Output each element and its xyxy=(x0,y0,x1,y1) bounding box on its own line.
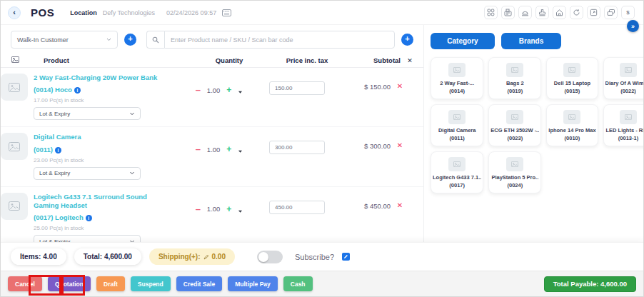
col-price: Price inc. tax xyxy=(265,56,349,64)
app-header: ‹ POS Location Defy Technologies 02/24/2… xyxy=(1,1,643,25)
product-name-link[interactable]: 2 Way Fast-Charging 20W Power Bank xyxy=(34,74,166,82)
card-product-code: (0010) xyxy=(548,135,595,141)
col-remove-icon: ✕ xyxy=(401,57,419,64)
action-bar: Cancel Quotation Draft Suspend Credit Sa… xyxy=(1,271,643,296)
product-info: 2 Way Fast-Charging 20W Power Bank (0014… xyxy=(34,74,183,120)
remove-row-button[interactable]: ✕ xyxy=(391,193,409,209)
subtotal-value: $ 300.00 xyxy=(339,133,391,150)
refresh-icon[interactable] xyxy=(570,6,583,19)
increase-qty-button[interactable]: + xyxy=(226,206,231,213)
suspend-button[interactable]: Suspend xyxy=(131,276,171,291)
summary-bar: Items: 4.00 Total: 4,600.00 Shipping(+):… xyxy=(1,242,643,271)
product-card[interactable]: LED Lights - RBG(0013-1) xyxy=(603,104,643,146)
currency-icon[interactable]: $ xyxy=(621,6,635,19)
quotation-button[interactable]: Quotation xyxy=(48,276,91,291)
add-product-button[interactable]: + xyxy=(401,34,413,46)
bell-icon[interactable] xyxy=(518,6,532,19)
chevron-left-icon: ‹ xyxy=(13,8,16,16)
location-label: Location xyxy=(70,9,97,16)
card-product-name: Diary Of A Wimp... xyxy=(605,80,643,86)
catalog-panel: Category Brands 2 Way Fast-...(0014) Bag… xyxy=(423,25,643,242)
qty-dropdown-caret[interactable] xyxy=(238,142,243,156)
product-card[interactable]: PlayStation 5 Pro..(0024) xyxy=(488,151,541,193)
windows-icon[interactable] xyxy=(604,6,618,19)
header-toolbar: $ xyxy=(484,6,635,19)
decrease-qty-button[interactable]: – xyxy=(196,146,201,153)
col-product: Product xyxy=(44,56,193,64)
remove-row-button[interactable]: ✕ xyxy=(391,133,409,149)
brands-button[interactable]: Brands xyxy=(501,33,561,49)
qty-dropdown-caret[interactable] xyxy=(238,83,243,97)
total-payable-button[interactable]: Total Payable: 4,600.00 xyxy=(544,276,636,292)
total-pill: Total: 4,600.00 xyxy=(74,248,141,265)
shipping-pill[interactable]: Shipping(+): 0.00 xyxy=(149,248,235,265)
lot-expiry-select[interactable]: Lot & Expiry xyxy=(34,167,141,180)
product-card[interactable]: ECG ETH 3502W -..(0023) xyxy=(488,104,541,146)
stock-text: 23.00 Pc(s) in stock xyxy=(34,157,183,163)
card-product-name: ECG ETH 3502W -.. xyxy=(490,127,539,134)
product-card-grid: 2 Way Fast-...(0014) Bags 2(0019) Dell 1… xyxy=(431,57,638,193)
category-button[interactable]: Category xyxy=(431,33,495,49)
decrease-qty-button[interactable]: – xyxy=(196,206,201,213)
chevron-down-icon xyxy=(106,38,111,41)
card-product-name: PlayStation 5 Pro.. xyxy=(490,174,539,181)
draft-button[interactable]: Draft xyxy=(96,276,125,291)
info-icon[interactable]: i xyxy=(86,215,92,221)
product-name-link[interactable]: Logitech G433 7.1 Surround Sound Gaming … xyxy=(34,193,166,211)
cancel-button[interactable]: Cancel xyxy=(8,276,42,291)
shipping-label: Shipping(+): xyxy=(159,253,201,261)
remove-row-button[interactable]: ✕ xyxy=(391,74,409,90)
increase-qty-button[interactable]: + xyxy=(226,86,231,94)
quantity-value: 1.00 xyxy=(207,146,221,153)
fullscreen-icon[interactable] xyxy=(587,6,600,19)
info-icon[interactable]: i xyxy=(55,147,61,153)
product-search xyxy=(146,31,395,49)
product-search-input[interactable] xyxy=(164,31,395,49)
add-customer-button[interactable]: + xyxy=(124,34,136,46)
cart-row: Logitech G433 7.1 Surround Sound Gaming … xyxy=(1,187,423,242)
card-product-code: (0015) xyxy=(548,88,595,94)
price-input[interactable] xyxy=(269,201,325,214)
product-card[interactable]: Iphone 14 Pro Max(0010) xyxy=(546,104,598,146)
increase-qty-button[interactable]: + xyxy=(226,146,231,153)
price-cell xyxy=(255,133,339,154)
grid-icon[interactable] xyxy=(484,6,498,19)
cash-button[interactable]: Cash xyxy=(283,276,313,291)
subscribe-edit-icon[interactable] xyxy=(342,253,350,261)
back-button[interactable]: ‹ xyxy=(8,6,21,19)
product-name-link[interactable]: Digital Camera xyxy=(34,133,166,141)
lot-expiry-select[interactable]: Lot & Expiry xyxy=(34,107,141,120)
customer-select-value: Walk-In Customer xyxy=(17,36,69,44)
expand-panel-button[interactable]: » xyxy=(627,20,639,32)
card-product-code: (0014) xyxy=(433,88,481,94)
subscribe-toggle[interactable] xyxy=(257,251,283,263)
product-image-placeholder xyxy=(1,193,28,220)
credit-sale-button[interactable]: Credit Sale xyxy=(176,276,222,291)
plus-icon: + xyxy=(128,34,132,43)
lot-expiry-select[interactable]: Lot & Expiry xyxy=(34,235,141,242)
product-card[interactable]: Digital Camera(0011) xyxy=(431,104,483,146)
catalog-filters: Category Brands xyxy=(431,33,638,49)
main-area: Walk-In Customer + + Product Quantity xyxy=(1,25,643,242)
stock-text: 17.00 Pc(s) in stock xyxy=(34,97,183,104)
quantity-controls: – 1.00 + xyxy=(183,74,255,97)
price-input[interactable] xyxy=(269,81,325,95)
product-card[interactable]: Bags 2(0019) xyxy=(488,57,541,99)
cash-register-icon[interactable] xyxy=(501,6,515,19)
chevron-down-icon xyxy=(129,171,135,175)
card-image-icon xyxy=(448,110,466,124)
decrease-qty-button[interactable]: – xyxy=(196,86,201,94)
product-card[interactable]: Dell 15 Laptop(0015) xyxy=(546,57,598,99)
product-card[interactable]: 2 Way Fast-...(0014) xyxy=(431,57,483,99)
stamp-icon[interactable] xyxy=(535,6,549,19)
multiple-pay-button[interactable]: Multiple Pay xyxy=(228,276,278,291)
product-code: (0014) Hoco xyxy=(34,86,72,94)
customer-select[interactable]: Walk-In Customer xyxy=(11,31,118,49)
home-icon[interactable] xyxy=(553,6,566,19)
info-icon[interactable]: i xyxy=(74,87,81,94)
keyboard-icon[interactable] xyxy=(222,9,231,16)
qty-dropdown-caret[interactable] xyxy=(238,202,243,216)
price-input[interactable] xyxy=(269,141,325,154)
product-card[interactable]: Diary Of A Wimp...(0022) xyxy=(603,57,643,99)
product-card[interactable]: Logitech G433 7.1..(0017) xyxy=(431,151,483,193)
